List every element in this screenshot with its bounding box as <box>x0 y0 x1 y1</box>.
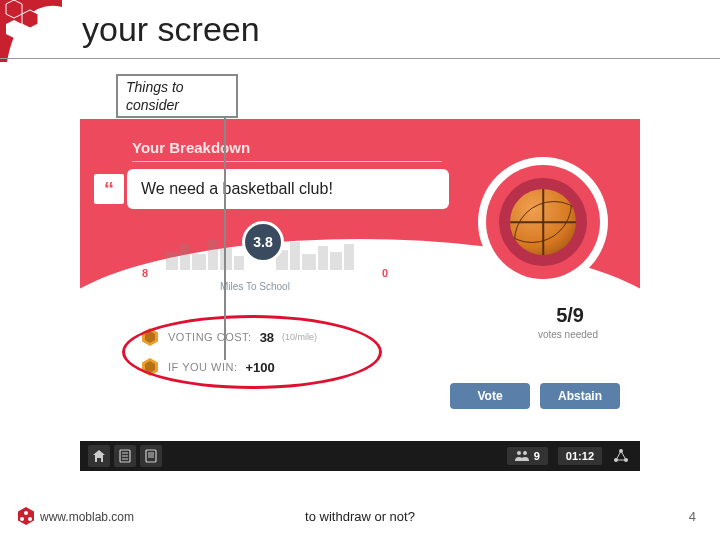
abstain-button-label: Abstain <box>558 389 602 403</box>
distance-value: 3.8 <box>253 234 272 250</box>
callout-line2: consider <box>126 97 228 115</box>
highlight-oval <box>122 315 382 389</box>
svg-rect-10 <box>290 242 300 270</box>
svg-rect-14 <box>344 244 354 270</box>
callout-line1: Things to <box>126 79 228 97</box>
distance-badge: 3.8 <box>242 221 284 263</box>
quote-icon: “ <box>94 174 124 204</box>
footer-caption: to withdraw or not? <box>0 509 720 524</box>
svg-rect-3 <box>166 252 178 270</box>
svg-rect-6 <box>208 240 218 270</box>
clipboard-icon[interactable] <box>114 445 136 467</box>
svg-line-33 <box>621 451 626 460</box>
game-screenshot: Your Breakdown “ We need a basketball cl… <box>80 119 640 471</box>
page-number: 4 <box>689 509 696 524</box>
axis-left-value: 8 <box>142 267 148 279</box>
breakdown-underline <box>132 161 442 162</box>
svg-line-32 <box>616 451 621 460</box>
svg-marker-1 <box>22 10 38 28</box>
network-icon <box>612 447 630 465</box>
svg-marker-0 <box>6 0 22 18</box>
people-icon <box>515 450 529 462</box>
basketball-graphic <box>478 157 608 287</box>
vote-button-label: Vote <box>477 389 502 403</box>
svg-rect-8 <box>234 256 244 270</box>
svg-rect-5 <box>192 254 206 270</box>
callout-things-to-consider: Things to consider <box>116 74 238 118</box>
speech-bubble: We need a basketball club! <box>127 169 449 209</box>
callout-pointer-line <box>224 118 226 360</box>
basketball-icon <box>510 189 576 255</box>
title-underline <box>0 58 720 59</box>
votes-needed-label: votes needed <box>538 329 598 340</box>
document-icon[interactable] <box>140 445 162 467</box>
slide-title: your screen <box>82 10 260 49</box>
axis-right-value: 0 <box>382 267 388 279</box>
votes-fraction: 5/9 <box>556 304 584 327</box>
breakdown-heading: Your Breakdown <box>132 139 250 156</box>
svg-rect-13 <box>330 252 342 270</box>
axis-label: Miles To School <box>220 281 290 292</box>
home-icon[interactable] <box>88 445 110 467</box>
svg-rect-7 <box>220 248 232 270</box>
timer-value: 01:12 <box>566 450 594 462</box>
svg-rect-11 <box>302 254 316 270</box>
svg-point-28 <box>523 451 527 455</box>
player-count: 9 <box>534 450 540 462</box>
abstain-button[interactable]: Abstain <box>540 383 620 409</box>
speech-text: We need a basketball club! <box>141 180 333 198</box>
svg-rect-12 <box>318 246 328 270</box>
player-count-chip: 9 <box>507 447 548 465</box>
vote-button[interactable]: Vote <box>450 383 530 409</box>
svg-point-27 <box>517 451 521 455</box>
svg-rect-23 <box>146 450 156 462</box>
timer-chip: 01:12 <box>558 447 602 465</box>
svg-rect-4 <box>180 244 190 270</box>
brand-hex-logo <box>0 0 62 62</box>
game-bottom-bar: 9 01:12 <box>80 441 640 471</box>
